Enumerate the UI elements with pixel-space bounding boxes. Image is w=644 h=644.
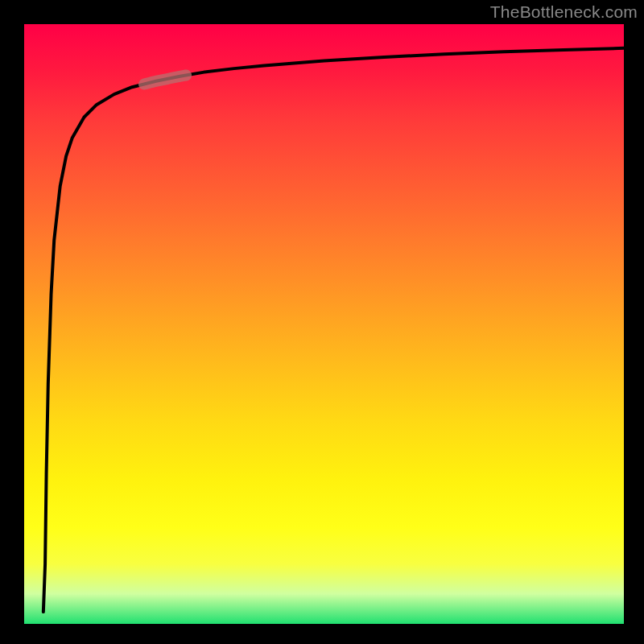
attribution-label: TheBottleneck.com	[490, 2, 638, 22]
chart-plot-area	[24, 24, 624, 624]
